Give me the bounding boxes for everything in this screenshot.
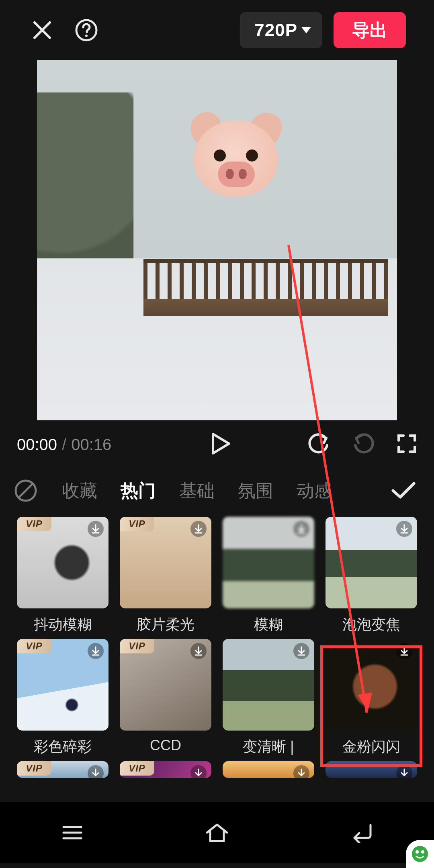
- filter-grid-partial: VIP VIP: [0, 757, 434, 781]
- tab-basic[interactable]: 基础: [179, 479, 215, 503]
- prohibit-icon: [14, 479, 38, 503]
- filter-name: CCD: [150, 737, 181, 754]
- resolution-label: 720P: [254, 20, 297, 40]
- filter-thumbnail: [223, 761, 314, 778]
- time-display: 00:00 / 00:16: [17, 436, 111, 454]
- filter-name: 变清晰 |: [243, 737, 294, 757]
- filter-thumbnail: VIP: [120, 761, 211, 778]
- svg-line-3: [19, 484, 33, 497]
- header-bar: 720P 导出: [0, 0, 434, 60]
- filter-item[interactable]: [223, 761, 314, 781]
- undo-button[interactable]: [308, 432, 330, 457]
- time-separator: /: [62, 436, 66, 454]
- close-button[interactable]: [28, 16, 56, 44]
- redo-button[interactable]: [352, 432, 375, 457]
- filter-thumbnail: [326, 761, 417, 778]
- filter-name: 抖动模糊: [34, 615, 92, 635]
- redo-icon: [352, 432, 375, 455]
- svg-point-1: [85, 35, 88, 37]
- video-preview[interactable]: [37, 60, 397, 420]
- tab-dynamic[interactable]: 动感: [297, 479, 332, 503]
- vip-badge: VIP: [120, 761, 154, 776]
- export-label: 导出: [352, 18, 387, 42]
- resolution-dropdown[interactable]: 720P: [240, 12, 322, 48]
- filter-category-tabs: 收藏 热门 基础 氛围 动感: [0, 469, 434, 513]
- pig-sticker[interactable]: [186, 113, 286, 205]
- filter-name: 金粉闪闪: [342, 737, 400, 757]
- filter-item[interactable]: [326, 761, 417, 781]
- help-button[interactable]: [72, 16, 100, 44]
- filter-thumbnail: [326, 639, 417, 731]
- export-button[interactable]: 导出: [334, 12, 406, 48]
- filter-item[interactable]: VIP: [120, 761, 211, 781]
- filter-thumbnail: [223, 639, 314, 731]
- fullscreen-button[interactable]: [396, 433, 417, 456]
- filter-item[interactable]: 泡泡变焦: [326, 517, 417, 635]
- filter-thumbnail: [326, 517, 417, 608]
- filter-item[interactable]: 金粉闪闪: [326, 639, 417, 757]
- filter-item[interactable]: 变清晰 |: [223, 639, 314, 757]
- chevron-down-icon: [301, 27, 311, 33]
- help-icon: [75, 18, 98, 42]
- download-icon: [293, 521, 309, 537]
- play-button[interactable]: [211, 432, 231, 457]
- download-icon: [396, 521, 412, 537]
- fullscreen-icon: [396, 433, 417, 454]
- download-icon: [88, 643, 104, 659]
- nav-back-button[interactable]: [344, 815, 380, 851]
- filter-name: 胶片柔光: [137, 615, 194, 635]
- back-icon: [350, 823, 374, 843]
- download-icon: [88, 765, 104, 778]
- vip-badge: VIP: [120, 639, 154, 653]
- vip-badge: VIP: [17, 639, 51, 653]
- filter-item[interactable]: VIP胶片柔光: [120, 517, 211, 635]
- filter-item[interactable]: VIPCCD: [120, 639, 211, 757]
- filter-name: 泡泡变焦: [342, 615, 400, 635]
- download-icon: [396, 643, 412, 659]
- download-icon: [190, 765, 207, 778]
- tab-favorites[interactable]: 收藏: [62, 479, 97, 503]
- preview-deck: [143, 259, 388, 321]
- download-icon: [88, 521, 104, 537]
- filter-thumbnail: [223, 517, 314, 608]
- filter-item[interactable]: VIP: [17, 761, 108, 781]
- filter-thumbnail: VIP: [120, 517, 211, 608]
- play-icon: [211, 432, 231, 455]
- filter-item[interactable]: VIP抖动模糊: [17, 517, 108, 635]
- undo-icon: [308, 432, 330, 455]
- download-icon: [293, 643, 309, 659]
- time-total: 00:16: [71, 436, 111, 454]
- filter-thumbnail: VIP: [17, 517, 108, 608]
- playback-bar: 00:00 / 00:16: [0, 420, 434, 469]
- tab-hot[interactable]: 热门: [121, 479, 156, 503]
- filter-item[interactable]: VIP彩色碎彩: [17, 639, 108, 757]
- confirm-button[interactable]: [390, 477, 417, 504]
- time-current: 00:00: [17, 436, 57, 454]
- download-icon: [190, 643, 207, 659]
- filter-item[interactable]: 模糊: [223, 517, 314, 635]
- svg-point-5: [416, 850, 419, 854]
- tab-atmosphere[interactable]: 氛围: [238, 479, 273, 503]
- close-icon: [31, 19, 53, 41]
- vip-badge: VIP: [17, 761, 51, 776]
- filter-name: 模糊: [254, 615, 283, 635]
- watermark-badge: [406, 840, 434, 868]
- system-nav-bar: [0, 802, 434, 863]
- vip-badge: VIP: [17, 517, 51, 531]
- check-icon: [391, 481, 416, 500]
- clear-filter-button[interactable]: [13, 478, 39, 504]
- nav-recent-button[interactable]: [54, 815, 90, 851]
- download-icon: [190, 521, 207, 537]
- nav-home-button[interactable]: [199, 815, 235, 851]
- home-icon: [204, 821, 230, 844]
- download-icon: [396, 765, 412, 778]
- svg-point-6: [421, 850, 424, 854]
- filter-thumbnail: VIP: [120, 639, 211, 731]
- filter-thumbnail: VIP: [17, 761, 108, 778]
- svg-point-4: [412, 846, 428, 862]
- filter-name: 彩色碎彩: [34, 737, 92, 757]
- filter-grid: VIP抖动模糊 VIP胶片柔光 模糊 泡泡变焦 VIP彩色碎彩 VIPCCD 变…: [0, 513, 434, 757]
- watermark-icon: [411, 845, 428, 862]
- download-icon: [293, 765, 309, 778]
- filter-thumbnail: VIP: [17, 639, 108, 731]
